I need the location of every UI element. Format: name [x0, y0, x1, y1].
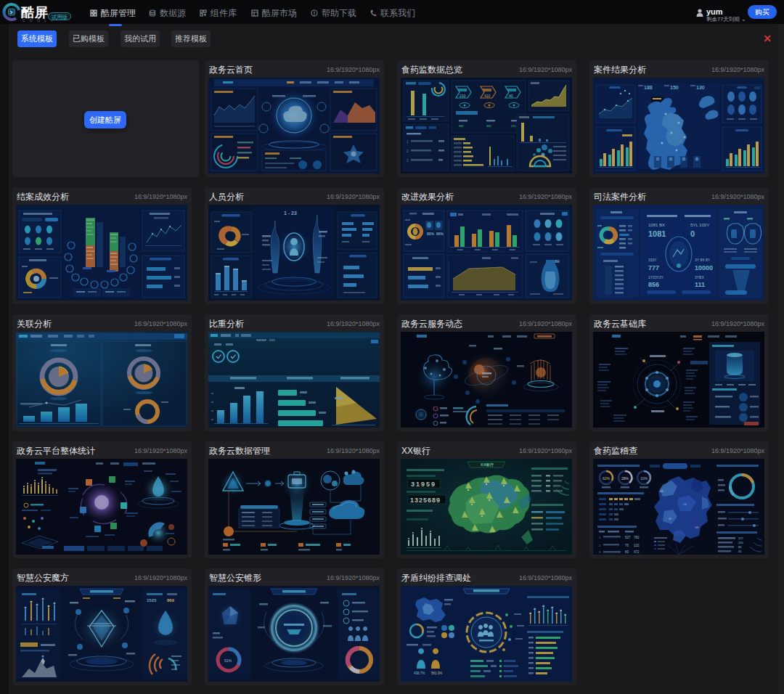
- svg-text:86%: 86%: [436, 232, 444, 236]
- svg-text:89: 89: [555, 259, 560, 264]
- svg-text:3: 3: [599, 550, 601, 554]
- svg-text:2: 2: [599, 544, 601, 547]
- svg-text:333Y: 333Y: [648, 258, 657, 262]
- svg-text:1325689: 1325689: [410, 497, 441, 504]
- svg-text:438.7%: 438.7%: [414, 671, 425, 675]
- svg-text:190: 190: [738, 541, 743, 544]
- svg-text:1 - 23: 1 - 23: [284, 211, 297, 216]
- svg-text:111: 111: [695, 281, 705, 288]
- svg-text:1081 BX: 1081 BX: [648, 223, 665, 227]
- svg-text:777: 777: [648, 264, 659, 272]
- svg-text:10%: 10%: [640, 476, 648, 481]
- svg-text:1081: 1081: [648, 229, 666, 238]
- svg-text:86: 86: [738, 545, 742, 549]
- svg-text:188: 188: [644, 85, 653, 90]
- svg-text:3Y 8X 8Y: 3Y 8X 8Y: [695, 258, 711, 262]
- svg-text:150: 150: [670, 85, 679, 90]
- svg-text:45: 45: [738, 550, 742, 553]
- svg-text:EF: EF: [669, 518, 671, 520]
- svg-text:10000: 10000: [695, 264, 713, 272]
- svg-text:1Y33Y3Y: 1Y33Y3Y: [648, 275, 664, 279]
- svg-text:782: 782: [634, 536, 640, 539]
- svg-text:31959: 31959: [411, 481, 436, 488]
- svg-text:527: 527: [625, 536, 631, 539]
- svg-text:83: 83: [625, 550, 629, 554]
- svg-text:561.3%: 561.3%: [431, 671, 442, 675]
- svg-text:28%: 28%: [621, 476, 629, 481]
- svg-text:40: 40: [509, 94, 513, 98]
- svg-text:0: 0: [690, 229, 695, 238]
- svg-text:62%: 62%: [603, 476, 611, 481]
- svg-text:3: 3: [407, 159, 409, 163]
- svg-text:472: 472: [634, 550, 640, 554]
- svg-text:GH: GH: [695, 526, 699, 529]
- svg-text:327: 327: [738, 536, 743, 540]
- svg-text:5YL 100Y: 5YL 100Y: [690, 223, 709, 227]
- svg-text:1: 1: [407, 140, 409, 144]
- svg-text:210: 210: [460, 94, 466, 98]
- svg-text:856: 856: [648, 281, 659, 288]
- svg-text:3YBX: 3YBX: [695, 275, 704, 279]
- svg-text:869: 869: [167, 598, 175, 603]
- svg-text:2: 2: [407, 150, 409, 153]
- svg-text:AB: AB: [660, 490, 663, 493]
- svg-text:1: 1: [599, 536, 601, 539]
- svg-text:1523: 1523: [147, 598, 157, 603]
- svg-text:122: 122: [634, 544, 640, 547]
- svg-text:CD: CD: [683, 503, 687, 506]
- svg-text:76: 76: [625, 544, 629, 547]
- svg-text:465: 465: [486, 124, 491, 128]
- svg-text:80%: 80%: [427, 232, 435, 236]
- svg-text:130: 130: [696, 85, 705, 90]
- svg-text:211: 211: [511, 124, 516, 128]
- svg-text:982: 982: [459, 124, 464, 128]
- svg-text:51%: 51%: [224, 658, 232, 663]
- svg-text:410: 410: [484, 94, 491, 98]
- svg-text:XX银行: XX银行: [481, 462, 494, 468]
